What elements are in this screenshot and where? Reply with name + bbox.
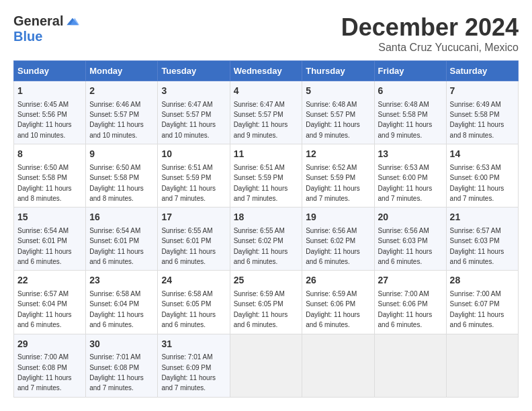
calendar-cell bbox=[374, 334, 446, 397]
calendar-cell: 27Sunrise: 7:00 AM Sunset: 6:06 PM Dayli… bbox=[374, 271, 446, 334]
day-info: Sunrise: 7:00 AM Sunset: 6:06 PM Dayligh… bbox=[378, 290, 433, 328]
day-number: 12 bbox=[306, 148, 370, 161]
day-number: 16 bbox=[89, 211, 154, 224]
day-info: Sunrise: 7:00 AM Sunset: 6:07 PM Dayligh… bbox=[450, 290, 504, 328]
location-title: Santa Cruz Yucucani, Mexico bbox=[341, 42, 519, 54]
day-info: Sunrise: 6:47 AM Sunset: 5:57 PM Dayligh… bbox=[234, 101, 288, 139]
day-info: Sunrise: 6:59 AM Sunset: 6:06 PM Dayligh… bbox=[306, 290, 360, 328]
calendar-cell: 17Sunrise: 6:55 AM Sunset: 6:01 PM Dayli… bbox=[158, 208, 230, 271]
day-info: Sunrise: 6:48 AM Sunset: 5:57 PM Dayligh… bbox=[306, 101, 360, 139]
calendar-cell: 7Sunrise: 6:49 AM Sunset: 5:58 PM Daylig… bbox=[446, 81, 518, 144]
calendar-cell: 11Sunrise: 6:51 AM Sunset: 5:59 PM Dayli… bbox=[230, 144, 302, 208]
calendar-cell: 3Sunrise: 6:47 AM Sunset: 5:57 PM Daylig… bbox=[158, 81, 230, 144]
calendar-week-1: 1Sunrise: 6:45 AM Sunset: 5:56 PM Daylig… bbox=[14, 81, 519, 144]
calendar-week-3: 15Sunrise: 6:54 AM Sunset: 6:01 PM Dayli… bbox=[14, 208, 519, 271]
calendar-cell: 26Sunrise: 6:59 AM Sunset: 6:06 PM Dayli… bbox=[302, 271, 374, 334]
calendar-cell: 19Sunrise: 6:56 AM Sunset: 6:02 PM Dayli… bbox=[302, 208, 374, 271]
day-info: Sunrise: 6:57 AM Sunset: 6:03 PM Dayligh… bbox=[450, 227, 504, 265]
day-info: Sunrise: 6:49 AM Sunset: 5:58 PM Dayligh… bbox=[450, 101, 504, 139]
day-info: Sunrise: 6:58 AM Sunset: 6:05 PM Dayligh… bbox=[161, 290, 216, 328]
calendar-cell: 2Sunrise: 6:46 AM Sunset: 5:57 PM Daylig… bbox=[86, 81, 158, 144]
logo: General Blue bbox=[13, 13, 79, 44]
calendar-cell: 12Sunrise: 6:52 AM Sunset: 5:59 PM Dayli… bbox=[302, 144, 374, 208]
calendar-header-row: SundayMondayTuesdayWednesdayThursdayFrid… bbox=[14, 61, 519, 81]
day-info: Sunrise: 6:57 AM Sunset: 6:04 PM Dayligh… bbox=[17, 290, 72, 328]
calendar-cell: 14Sunrise: 6:53 AM Sunset: 6:00 PM Dayli… bbox=[446, 144, 518, 208]
logo-blue: Blue bbox=[13, 29, 42, 44]
calendar-cell: 16Sunrise: 6:54 AM Sunset: 6:01 PM Dayli… bbox=[86, 208, 158, 271]
calendar-cell: 23Sunrise: 6:58 AM Sunset: 6:04 PM Dayli… bbox=[86, 271, 158, 334]
day-info: Sunrise: 7:01 AM Sunset: 6:09 PM Dayligh… bbox=[161, 353, 216, 392]
day-info: Sunrise: 6:52 AM Sunset: 5:59 PM Dayligh… bbox=[306, 164, 360, 202]
day-number: 7 bbox=[450, 85, 515, 98]
calendar-cell: 8Sunrise: 6:50 AM Sunset: 5:58 PM Daylig… bbox=[14, 144, 86, 208]
calendar-header-tuesday: Tuesday bbox=[158, 61, 230, 81]
day-info: Sunrise: 6:50 AM Sunset: 5:58 PM Dayligh… bbox=[17, 164, 72, 202]
day-number: 11 bbox=[234, 148, 299, 161]
day-info: Sunrise: 7:01 AM Sunset: 6:08 PM Dayligh… bbox=[89, 353, 144, 392]
day-number: 6 bbox=[378, 85, 443, 98]
calendar-cell: 31Sunrise: 7:01 AM Sunset: 6:09 PM Dayli… bbox=[158, 334, 230, 397]
day-number: 26 bbox=[306, 274, 370, 287]
calendar-cell: 4Sunrise: 6:47 AM Sunset: 5:57 PM Daylig… bbox=[230, 81, 302, 144]
calendar-cell: 10Sunrise: 6:51 AM Sunset: 5:59 PM Dayli… bbox=[158, 144, 230, 208]
day-info: Sunrise: 6:45 AM Sunset: 5:56 PM Dayligh… bbox=[17, 101, 72, 139]
day-info: Sunrise: 6:59 AM Sunset: 6:05 PM Dayligh… bbox=[234, 290, 288, 328]
calendar-week-4: 22Sunrise: 6:57 AM Sunset: 6:04 PM Dayli… bbox=[14, 271, 519, 334]
day-number: 8 bbox=[17, 148, 82, 161]
day-number: 9 bbox=[89, 148, 154, 161]
calendar-cell: 15Sunrise: 6:54 AM Sunset: 6:01 PM Dayli… bbox=[14, 208, 86, 271]
day-number: 2 bbox=[89, 85, 154, 98]
calendar-cell: 22Sunrise: 6:57 AM Sunset: 6:04 PM Dayli… bbox=[14, 271, 86, 334]
header: General Blue December 2024 Santa Cruz Yu… bbox=[13, 13, 519, 54]
day-number: 17 bbox=[161, 211, 226, 224]
day-number: 1 bbox=[17, 85, 82, 98]
day-number: 19 bbox=[306, 211, 370, 224]
calendar-cell bbox=[446, 334, 518, 397]
day-number: 5 bbox=[306, 85, 370, 98]
day-info: Sunrise: 6:53 AM Sunset: 6:00 PM Dayligh… bbox=[378, 164, 433, 202]
day-number: 31 bbox=[161, 338, 226, 351]
day-info: Sunrise: 6:56 AM Sunset: 6:03 PM Dayligh… bbox=[378, 227, 433, 265]
day-number: 15 bbox=[17, 211, 82, 224]
day-number: 18 bbox=[234, 211, 299, 224]
calendar-header-monday: Monday bbox=[86, 61, 158, 81]
calendar-cell: 21Sunrise: 6:57 AM Sunset: 6:03 PM Dayli… bbox=[446, 208, 518, 271]
day-number: 24 bbox=[161, 274, 226, 287]
calendar-header-friday: Friday bbox=[374, 61, 446, 81]
logo-icon bbox=[66, 15, 79, 28]
calendar-cell: 30Sunrise: 7:01 AM Sunset: 6:08 PM Dayli… bbox=[86, 334, 158, 397]
calendar-cell: 20Sunrise: 6:56 AM Sunset: 6:03 PM Dayli… bbox=[374, 208, 446, 271]
calendar-header-saturday: Saturday bbox=[446, 61, 518, 81]
calendar-cell: 18Sunrise: 6:55 AM Sunset: 6:02 PM Dayli… bbox=[230, 208, 302, 271]
day-number: 29 bbox=[17, 338, 82, 351]
day-info: Sunrise: 7:00 AM Sunset: 6:08 PM Dayligh… bbox=[17, 353, 72, 392]
day-info: Sunrise: 6:51 AM Sunset: 5:59 PM Dayligh… bbox=[234, 164, 288, 202]
calendar-cell: 28Sunrise: 7:00 AM Sunset: 6:07 PM Dayli… bbox=[446, 271, 518, 334]
day-number: 21 bbox=[450, 211, 515, 224]
day-number: 20 bbox=[378, 211, 443, 224]
day-info: Sunrise: 6:51 AM Sunset: 5:59 PM Dayligh… bbox=[161, 164, 216, 202]
month-title: December 2024 bbox=[341, 13, 519, 42]
calendar-cell: 24Sunrise: 6:58 AM Sunset: 6:05 PM Dayli… bbox=[158, 271, 230, 334]
calendar-cell bbox=[230, 334, 302, 397]
calendar-cell: 1Sunrise: 6:45 AM Sunset: 5:56 PM Daylig… bbox=[14, 81, 86, 144]
day-number: 30 bbox=[89, 338, 154, 351]
day-number: 3 bbox=[161, 85, 226, 98]
calendar-cell: 29Sunrise: 7:00 AM Sunset: 6:08 PM Dayli… bbox=[14, 334, 86, 397]
calendar-cell: 6Sunrise: 6:48 AM Sunset: 5:58 PM Daylig… bbox=[374, 81, 446, 144]
day-number: 22 bbox=[17, 274, 82, 287]
logo-general: General bbox=[13, 13, 63, 29]
day-number: 23 bbox=[89, 274, 154, 287]
calendar-week-2: 8Sunrise: 6:50 AM Sunset: 5:58 PM Daylig… bbox=[14, 144, 519, 208]
day-info: Sunrise: 6:47 AM Sunset: 5:57 PM Dayligh… bbox=[161, 101, 216, 139]
calendar-cell: 9Sunrise: 6:50 AM Sunset: 5:58 PM Daylig… bbox=[86, 144, 158, 208]
day-number: 25 bbox=[234, 274, 299, 287]
calendar-header-thursday: Thursday bbox=[302, 61, 374, 81]
day-info: Sunrise: 6:54 AM Sunset: 6:01 PM Dayligh… bbox=[89, 227, 144, 265]
calendar-cell: 13Sunrise: 6:53 AM Sunset: 6:00 PM Dayli… bbox=[374, 144, 446, 208]
calendar: SundayMondayTuesdayWednesdayThursdayFrid… bbox=[13, 60, 519, 398]
day-info: Sunrise: 6:46 AM Sunset: 5:57 PM Dayligh… bbox=[89, 101, 144, 139]
day-info: Sunrise: 6:56 AM Sunset: 6:02 PM Dayligh… bbox=[306, 227, 360, 265]
day-number: 13 bbox=[378, 148, 443, 161]
